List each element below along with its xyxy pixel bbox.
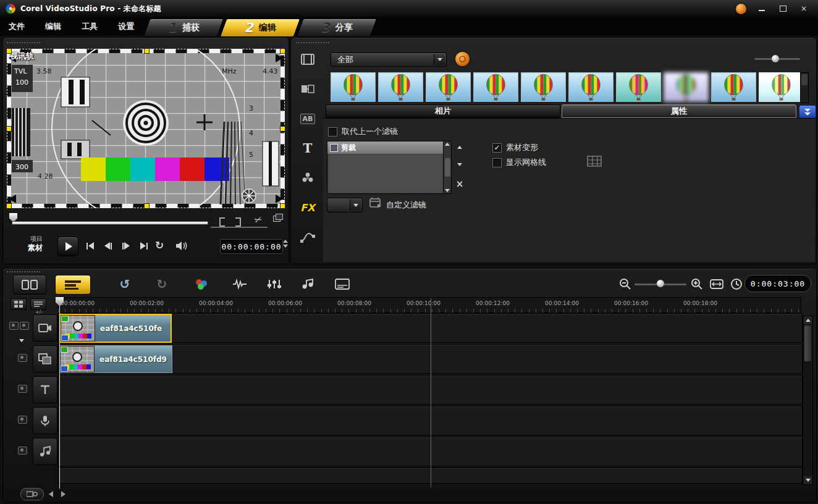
fit-project-icon[interactable] bbox=[707, 275, 726, 293]
filter-move-up-button[interactable] bbox=[454, 142, 465, 152]
music-track[interactable] bbox=[57, 437, 803, 466]
storyboard-view-button[interactable] bbox=[13, 275, 46, 295]
deform-checkbox[interactable]: ✓ bbox=[492, 143, 502, 153]
corel-guide-icon[interactable] bbox=[736, 4, 746, 14]
scroll-up-icon[interactable] bbox=[445, 143, 450, 146]
track-ripple-icon[interactable] bbox=[20, 322, 29, 330]
zoom-in-icon[interactable] bbox=[688, 275, 706, 293]
track-ripple-icon[interactable] bbox=[18, 385, 27, 393]
audio-wave-icon[interactable] bbox=[230, 275, 249, 293]
undo-button[interactable]: ↺ bbox=[116, 275, 134, 293]
sound-mixer-icon[interactable] bbox=[265, 275, 284, 293]
voice-track[interactable] bbox=[57, 406, 803, 435]
video-track-button[interactable] bbox=[33, 314, 57, 342]
grid-checkbox[interactable] bbox=[492, 158, 502, 167]
customize-filter-icon[interactable] bbox=[369, 196, 382, 211]
instant-project-icon[interactable] bbox=[192, 275, 211, 293]
replace-filter-checkbox[interactable] bbox=[328, 127, 337, 136]
scroll-up-icon[interactable] bbox=[804, 316, 812, 324]
enlarge-preview-icon[interactable] bbox=[273, 216, 280, 222]
library-thumbnail[interactable] bbox=[568, 72, 614, 102]
voice-track-button[interactable] bbox=[33, 407, 57, 434]
prev-frame-button[interactable] bbox=[100, 239, 116, 253]
chapter-cue-button[interactable] bbox=[20, 488, 44, 500]
scrubber-track[interactable] bbox=[12, 221, 208, 225]
track-ripple-icon[interactable] bbox=[18, 416, 27, 424]
menu-tools[interactable]: 工具 bbox=[73, 17, 106, 36]
deform-handle[interactable] bbox=[144, 203, 150, 209]
menu-settings[interactable]: 设置 bbox=[109, 17, 143, 36]
library-thumbnail[interactable] bbox=[426, 72, 471, 102]
volume-icon[interactable] bbox=[175, 240, 187, 251]
filter-list[interactable]: 剪裁 bbox=[327, 141, 452, 194]
library-thumbnail[interactable] bbox=[616, 72, 661, 102]
library-thumbnail[interactable] bbox=[711, 72, 756, 102]
music-track-button[interactable] bbox=[33, 438, 57, 465]
tab-photo[interactable]: 相片 bbox=[326, 104, 560, 118]
overlay-clip[interactable]: eaf81a4c510fd9 bbox=[59, 345, 172, 373]
subtitle-editor-icon[interactable] bbox=[333, 275, 352, 293]
timeline-vscrollbar[interactable] bbox=[803, 316, 813, 485]
minimize-button[interactable] bbox=[756, 4, 767, 13]
title-track-button[interactable] bbox=[33, 376, 57, 403]
preview-video[interactable]: TVL 100 300 3.58 4.43 MHz 4.28 3 4 5 视讯轨 bbox=[7, 49, 285, 208]
filter-move-down-button[interactable] bbox=[454, 159, 465, 169]
menu-file[interactable]: 文件 bbox=[0, 17, 33, 36]
deform-handle[interactable] bbox=[280, 48, 285, 54]
gallery-transition-icon[interactable] bbox=[294, 78, 321, 99]
tab-edit[interactable]: 2编辑 bbox=[220, 19, 301, 37]
trim-end-handle[interactable] bbox=[235, 217, 241, 227]
scroll-right-icon[interactable] bbox=[61, 491, 65, 497]
preview-timecode[interactable]: 00:00:00:00 bbox=[220, 239, 283, 254]
library-thumbnail[interactable] bbox=[473, 72, 518, 102]
deform-handle[interactable] bbox=[144, 48, 150, 54]
deform-handle[interactable] bbox=[280, 203, 285, 209]
panel-drag-handle[interactable] bbox=[296, 42, 329, 43]
scroll-down-icon[interactable] bbox=[804, 476, 812, 484]
tab-share[interactable]: 3分享 bbox=[297, 19, 377, 37]
panel-drag-handle[interactable] bbox=[7, 42, 40, 43]
mode-clip-button[interactable]: 素材 bbox=[28, 243, 43, 253]
go-end-button[interactable] bbox=[136, 239, 152, 253]
deform-handle[interactable] bbox=[6, 126, 12, 132]
auto-music-icon[interactable] bbox=[298, 275, 317, 293]
deform-handle[interactable] bbox=[6, 48, 12, 54]
extra-track[interactable] bbox=[57, 468, 803, 484]
gallery-filter-fx-icon[interactable]: FX bbox=[294, 197, 321, 218]
library-thumbnail[interactable] bbox=[331, 72, 376, 102]
track-swap-icon[interactable] bbox=[9, 322, 19, 330]
filter-item-selected[interactable]: 剪裁 bbox=[327, 141, 451, 154]
timeline-view-button[interactable] bbox=[55, 275, 91, 295]
redo-button[interactable]: ↻ bbox=[153, 275, 171, 293]
play-button[interactable] bbox=[57, 237, 78, 256]
filter-preset-dropdown[interactable] bbox=[327, 198, 363, 212]
library-thumbnail[interactable] bbox=[378, 72, 423, 102]
track-ripple-icon[interactable] bbox=[18, 354, 27, 362]
timecode-spinner[interactable] bbox=[283, 240, 288, 248]
title-track[interactable] bbox=[57, 375, 803, 405]
tab-capture[interactable]: 1捕获 bbox=[143, 19, 224, 37]
expand-panel-button[interactable] bbox=[799, 105, 816, 119]
slider-knob[interactable] bbox=[657, 280, 664, 287]
category-dropdown[interactable]: 全部 bbox=[331, 52, 447, 67]
timeline-zoom-slider[interactable] bbox=[635, 280, 686, 288]
scroll-thumb[interactable] bbox=[445, 158, 450, 177]
repeat-button[interactable]: ↻ bbox=[155, 239, 164, 251]
delete-filter-button[interactable]: × bbox=[454, 179, 465, 189]
gallery-title-ab-icon[interactable]: AB bbox=[294, 108, 321, 129]
close-button[interactable]: × bbox=[798, 4, 809, 13]
slider-knob[interactable] bbox=[772, 55, 779, 62]
deform-handle[interactable] bbox=[6, 203, 12, 209]
menu-edit[interactable]: 编辑 bbox=[36, 17, 70, 36]
library-thumbnail[interactable] bbox=[521, 72, 566, 102]
thumbnail-scrollbar[interactable] bbox=[800, 72, 809, 103]
gallery-graphic-icon[interactable] bbox=[294, 167, 321, 188]
gallery-title-icon[interactable]: T bbox=[294, 138, 321, 159]
gallery-media-icon[interactable] bbox=[294, 49, 321, 70]
video-clip[interactable]: eaf81a4c510fe bbox=[59, 314, 172, 343]
scroll-down-icon[interactable] bbox=[445, 189, 450, 192]
library-options-icon[interactable] bbox=[455, 52, 470, 66]
scroll-thumb[interactable] bbox=[804, 326, 811, 361]
timeline-ruler[interactable]: 00:00:00:00 00:00:02:00 00:00:04:00 00:0… bbox=[57, 297, 801, 313]
zoom-out-icon[interactable] bbox=[616, 275, 635, 293]
